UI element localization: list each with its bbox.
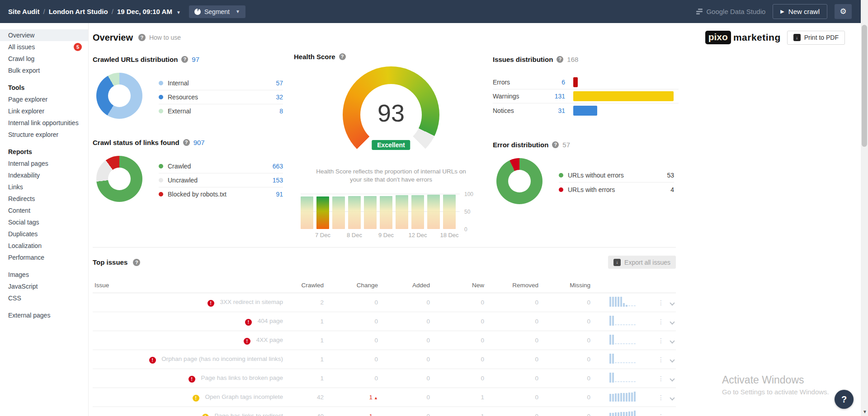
history-bar[interactable] <box>380 196 392 229</box>
help-icon[interactable]: ? <box>552 141 559 148</box>
sidebar-item-css[interactable]: CSS <box>0 292 88 304</box>
sidebar-item-javascript[interactable]: JavaScript <box>0 280 88 292</box>
sidebar-item-internal-link-opportunities[interactable]: Internal link opportunities <box>0 117 88 129</box>
row-menu-kebab-icon[interactable]: ⋮ <box>658 337 664 344</box>
distribution-value[interactable]: 6 <box>540 79 565 86</box>
crawled-value[interactable]: 1 <box>285 350 326 369</box>
distribution-value[interactable]: 31 <box>540 107 565 114</box>
google-data-studio-link[interactable]: Google Data Studio <box>696 8 765 15</box>
legend-item-blocked-by-robots-txt[interactable]: Blocked by robots.txt 91 <box>159 187 283 201</box>
history-bar[interactable] <box>427 195 440 229</box>
breadcrumb-site-audit[interactable]: Site Audit <box>8 8 39 15</box>
history-bar[interactable] <box>348 196 361 229</box>
legend-value[interactable]: 663 <box>273 163 283 170</box>
crawl-date-dropdown[interactable]: 19 Dec, 09:10 AM ▼ <box>117 8 181 15</box>
legend-item-urls-without-errors[interactable]: URLs without errors 53 <box>559 168 674 182</box>
row-expand-chevron-icon[interactable] <box>670 395 675 400</box>
sidebar-item-images[interactable]: Images <box>0 269 88 280</box>
legend-item-internal[interactable]: Internal 57 <box>159 76 283 90</box>
issue-name-link[interactable]: 3XX redirect in sitemap <box>220 299 283 305</box>
breadcrumb-project[interactable]: London Art Studio <box>49 8 108 15</box>
row-menu-kebab-icon[interactable]: ⋮ <box>658 375 664 382</box>
issue-name-link[interactable]: 4XX page <box>256 337 283 343</box>
help-icon[interactable]: ? <box>138 34 146 41</box>
sidebar-item-link-explorer[interactable]: Link explorer <box>0 105 88 117</box>
row-expand-chevron-icon[interactable] <box>670 414 675 416</box>
row-menu-kebab-icon[interactable]: ⋮ <box>658 356 664 363</box>
legend-item-resources[interactable]: Resources 32 <box>159 90 283 104</box>
row-expand-chevron-icon[interactable] <box>670 357 675 362</box>
sidebar-item-content[interactable]: Content <box>0 205 88 216</box>
legend-item-crawled[interactable]: Crawled 663 <box>159 159 283 173</box>
legend-value[interactable]: 91 <box>276 191 283 198</box>
crawled-value[interactable]: 1 <box>285 312 326 331</box>
help-icon[interactable]: ? <box>183 139 190 146</box>
export-all-issues-button[interactable]: ↓ Export all issues <box>608 256 676 269</box>
issue-name-link[interactable]: 404 page <box>258 318 283 324</box>
crawled-value[interactable]: 1 <box>285 331 326 350</box>
crawled-value[interactable]: 1 <box>285 369 326 388</box>
sidebar-item-internal-pages[interactable]: Internal pages <box>0 158 88 169</box>
issue-name-link[interactable]: Open Graph tags incomplete <box>205 393 283 400</box>
legend-item-uncrawled[interactable]: Uncrawled 153 <box>159 173 283 187</box>
row-expand-chevron-icon[interactable] <box>670 319 675 324</box>
row-menu-kebab-icon[interactable]: ⋮ <box>658 394 664 401</box>
issue-name-link[interactable]: Page has links to redirect <box>214 412 283 416</box>
row-menu-kebab-icon[interactable]: ⋮ <box>658 299 664 306</box>
scrollbar-thumb[interactable] <box>862 25 867 147</box>
row-expand-chevron-icon[interactable] <box>670 338 675 343</box>
sidebar-item-links[interactable]: Links <box>0 181 88 193</box>
distribution-value[interactable]: 131 <box>540 93 565 100</box>
how-to-use-link[interactable]: How to use <box>149 34 181 41</box>
history-bar[interactable] <box>411 195 424 229</box>
help-icon[interactable]: ? <box>133 259 140 266</box>
new-crawl-button[interactable]: ▶ New crawl <box>773 4 827 19</box>
sidebar-item-social-tags[interactable]: Social tags <box>0 216 88 228</box>
crawled-value[interactable]: 42 <box>285 388 326 407</box>
sidebar-item-localization[interactable]: Localization <box>0 240 88 252</box>
help-icon[interactable]: ? <box>181 56 188 63</box>
crawled-value[interactable]: 2 <box>285 293 326 312</box>
history-bar[interactable] <box>301 196 313 229</box>
sidebar-item-overview[interactable]: Overview <box>0 29 88 41</box>
sidebar-item-redirects[interactable]: Redirects <box>0 193 88 205</box>
sidebar-item-page-explorer[interactable]: Page explorer <box>0 93 88 105</box>
row-expand-chevron-icon[interactable] <box>670 376 675 381</box>
legend-value[interactable]: 57 <box>276 79 283 87</box>
help-icon[interactable]: ? <box>557 56 563 63</box>
legend-item-external[interactable]: External 8 <box>159 104 283 118</box>
sidebar-item-crawl-log[interactable]: Crawl log <box>0 53 88 65</box>
help-fab-button[interactable]: ? <box>835 390 854 409</box>
print-to-pdf-button[interactable]: ↓ Print to PDF <box>787 31 845 45</box>
row-expand-chevron-icon[interactable] <box>670 300 675 305</box>
sidebar-item-indexability[interactable]: Indexability <box>0 169 88 181</box>
card-total-value[interactable]: 97 <box>192 56 199 63</box>
segment-dropdown[interactable]: Segment ▼ <box>189 5 245 18</box>
sidebar-item-duplicates[interactable]: Duplicates <box>0 228 88 240</box>
sidebar-item-performance[interactable]: Performance <box>0 252 88 263</box>
sidebar-item-external-pages[interactable]: External pages <box>0 309 88 321</box>
help-icon[interactable]: ? <box>339 53 346 60</box>
history-bar[interactable] <box>364 196 377 229</box>
legend-value[interactable]: 32 <box>276 93 283 101</box>
legend-item-urls-with-errors[interactable]: URLs with errors 4 <box>559 182 674 196</box>
sidebar-item-structure-explorer[interactable]: Structure explorer <box>0 129 88 140</box>
history-bar[interactable] <box>316 196 329 229</box>
legend-value[interactable]: 153 <box>273 177 283 184</box>
scrollbar-down-arrow[interactable]: ▼ <box>863 409 867 414</box>
history-bar[interactable] <box>396 195 408 229</box>
added-value: 0 <box>380 369 432 388</box>
card-total-value[interactable]: 907 <box>193 139 205 146</box>
sidebar-item-bulk-export[interactable]: Bulk export <box>0 65 88 76</box>
settings-button[interactable]: ⚙ <box>835 4 852 19</box>
history-bar[interactable] <box>443 195 456 229</box>
page-scrollbar[interactable]: ▼ <box>861 0 868 416</box>
row-menu-kebab-icon[interactable]: ⋮ <box>658 318 664 325</box>
legend-value[interactable]: 8 <box>279 108 283 115</box>
sidebar-item-all-issues[interactable]: All issues5 <box>0 41 88 53</box>
row-menu-kebab-icon[interactable]: ⋮ <box>658 413 664 416</box>
issue-name-link[interactable]: Orphan page (has no incoming internal li… <box>161 355 283 362</box>
history-bar[interactable] <box>332 196 345 229</box>
issue-name-link[interactable]: Page has links to broken page <box>201 374 283 381</box>
crawled-value[interactable]: 40 <box>285 407 326 416</box>
